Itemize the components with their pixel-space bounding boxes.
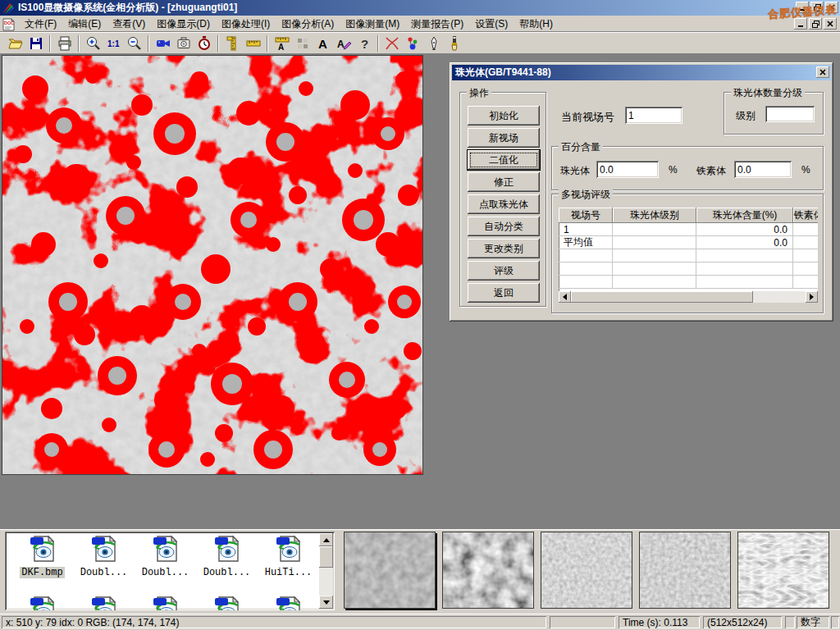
child-restore-button[interactable] — [809, 18, 822, 30]
thumbnail-specimen-5[interactable] — [737, 532, 829, 609]
ferrite-unit: % — [801, 164, 810, 176]
table-row[interactable]: 平均值 0.0 — [559, 236, 818, 249]
rating-table[interactable]: 视场号 珠光体级别 珠光体含量(%) 铁素体含量(%) 1 0.0 平均值 0.… — [559, 208, 818, 303]
file-item[interactable] — [258, 596, 319, 610]
menu-image-processing[interactable]: 图像处理(I) — [216, 16, 276, 33]
thumbnail-specimen-1[interactable] — [344, 532, 436, 609]
binarize-button[interactable]: 二值化 — [468, 150, 540, 170]
scroll-down-button[interactable] — [319, 596, 333, 609]
file-item[interactable]: Doubl... — [196, 535, 258, 578]
video-camera-button[interactable] — [153, 34, 173, 53]
new-field-button[interactable]: 新视场 — [468, 128, 540, 148]
measure-text-button[interactable]: A — [272, 34, 292, 53]
caliper-button[interactable] — [222, 34, 243, 53]
scroll-right-button[interactable] — [806, 291, 818, 303]
file-item[interactable] — [196, 596, 258, 610]
zoom-out-button[interactable] — [124, 34, 144, 53]
help-button[interactable]: ? — [354, 34, 374, 53]
file-name[interactable]: Doubl... — [140, 567, 191, 578]
dialog-close-button[interactable] — [816, 66, 829, 78]
pearlite-unit: % — [669, 164, 678, 176]
save-button[interactable] — [25, 34, 46, 53]
file-name[interactable]: DKF.bmp — [20, 567, 64, 578]
color-marks-button[interactable] — [403, 34, 423, 53]
grid-tool-button[interactable] — [292, 34, 313, 53]
thumbnail-specimen-4[interactable] — [639, 532, 731, 609]
menu-measure-report[interactable]: 测量报告(P) — [405, 16, 469, 33]
scroll-up-button[interactable] — [319, 533, 333, 546]
file-item[interactable] — [73, 596, 135, 610]
current-field-input[interactable] — [625, 107, 682, 124]
menu-view[interactable]: 查看(V) — [107, 16, 151, 33]
bmp-file-icon — [29, 535, 57, 564]
dialog-title-bar[interactable]: 珠光体(GB/T9441-88) — [452, 65, 831, 80]
pick-pearlite-button[interactable]: 点取珠光体 — [468, 194, 540, 214]
pen-button[interactable] — [423, 34, 444, 53]
file-item[interactable] — [135, 596, 196, 610]
svg-text:?: ? — [361, 37, 368, 51]
table-row[interactable]: 1 0.0 — [559, 223, 818, 236]
file-item[interactable]: DKF.bmp — [11, 535, 73, 578]
col-pearlite-level: 珠光体级别 — [613, 208, 696, 223]
scrollbar-thumb[interactable] — [319, 546, 333, 568]
table-horizontal-scrollbar[interactable] — [559, 291, 818, 303]
toolbar-separator — [148, 35, 149, 52]
ferrite-percent-input[interactable] — [734, 161, 792, 178]
file-item[interactable] — [11, 596, 73, 610]
svg-text:DOC: DOC — [4, 21, 14, 25]
menu-file[interactable]: 文件(F) — [19, 16, 62, 33]
auto-classify-button[interactable]: 自动分类 — [468, 217, 540, 236]
menu-image-display[interactable]: 图像显示(D) — [151, 16, 216, 33]
percent-group-label: 百分含量 — [559, 140, 603, 154]
brush-button[interactable] — [444, 34, 464, 53]
metallograph-image[interactable] — [2, 55, 423, 475]
thumbnail-specimen-2[interactable] — [442, 532, 534, 609]
change-class-button[interactable]: 更改类别 — [468, 239, 540, 258]
document-icon[interactable]: DOC — [2, 17, 16, 31]
dialog-title: 珠光体(GB/T9441-88) — [455, 66, 551, 80]
menu-bar: DOC 文件(F) 编辑(E) 查看(V) 图像显示(D) 图像处理(I) 图像… — [0, 16, 840, 32]
zoom-in-button[interactable] — [83, 34, 103, 53]
current-field-label: 当前视场号 — [561, 110, 614, 125]
rate-button[interactable]: 评级 — [468, 261, 540, 281]
file-item[interactable]: HuiTi... — [258, 535, 319, 578]
bmp-file-icon — [213, 596, 241, 610]
annotate-button[interactable]: A — [333, 34, 354, 53]
file-item[interactable]: Doubl... — [73, 535, 135, 578]
file-name[interactable]: HuiTi... — [263, 567, 314, 578]
toolbar-separator — [217, 35, 219, 52]
file-name[interactable]: Doubl... — [79, 567, 130, 578]
file-list-scrollbar[interactable] — [319, 533, 333, 609]
menu-edit[interactable]: 编辑(E) — [62, 16, 107, 33]
correct-button[interactable]: 修正 — [468, 172, 540, 192]
open-button[interactable] — [5, 34, 25, 53]
file-name[interactable]: Doubl... — [202, 567, 253, 578]
col-field-no: 视场号 — [559, 208, 613, 223]
file-list[interactable]: DKF.bmp Doubl... Doubl... Doubl... HuiTi… — [5, 532, 335, 610]
menu-image-measure[interactable]: 图像测量(M) — [340, 16, 405, 33]
file-item[interactable]: Doubl... — [135, 535, 196, 578]
status-cursor-info: x: 510 y: 79 idx: 0 RGB: (174, 174, 174) — [2, 616, 546, 628]
print-button[interactable] — [54, 34, 75, 53]
ruler-button[interactable] — [243, 34, 263, 53]
menu-settings[interactable]: 设置(S) — [469, 16, 514, 33]
actual-size-button[interactable]: 1:1 — [103, 34, 124, 53]
svg-text:A: A — [318, 37, 327, 51]
scroll-left-button[interactable] — [559, 291, 571, 303]
initialize-button[interactable]: 初始化 — [468, 106, 540, 126]
erase-curve-button[interactable] — [382, 34, 403, 53]
scrollbar-thumb[interactable] — [571, 291, 753, 303]
return-button[interactable]: 返回 — [468, 283, 540, 303]
application-window: IS100显微摄像系统(金相分析版) - [zhuguangti01] 合肥仪器… — [0, 0, 840, 630]
pearlite-percent-input[interactable] — [596, 161, 659, 178]
window-title: IS100显微摄像系统(金相分析版) - [zhuguangti01] — [18, 1, 237, 15]
level-input[interactable] — [765, 106, 815, 122]
camera-button[interactable] — [173, 34, 194, 53]
text-tool-button[interactable]: A — [313, 34, 333, 53]
bmp-file-icon — [90, 596, 118, 610]
menu-help[interactable]: 帮助(H) — [514, 16, 559, 33]
menu-image-analysis[interactable]: 图像分析(A) — [276, 16, 340, 33]
child-close-button[interactable] — [824, 18, 837, 30]
timer-button[interactable] — [194, 34, 214, 53]
thumbnail-specimen-3[interactable] — [541, 532, 632, 609]
